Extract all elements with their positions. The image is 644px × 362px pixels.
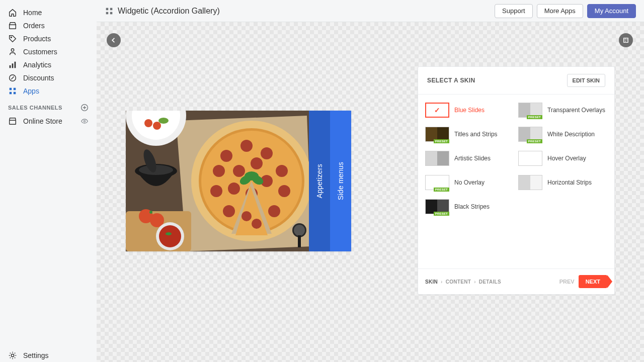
step-content: CONTENT [446,279,471,285]
skin-option[interactable]: Horizontal Strips [518,174,607,191]
edit-skin-button[interactable]: EDIT SKIN [567,74,605,87]
sidebar-item-online-store[interactable]: Online Store [0,115,97,128]
skin-option[interactable]: PRESETTitles and Strips [425,126,514,143]
skin-option[interactable]: Hover Overlay [518,150,607,167]
skin-label: Transparent Overlays [547,107,605,114]
skin-label: Blue Slides [454,107,485,114]
svg-point-40 [252,219,262,229]
preset-badge: PRESET [434,212,449,216]
resize-button[interactable] [619,33,633,47]
svg-point-34 [233,165,245,177]
sidebar-item-label: Settings [23,351,89,359]
skin-label: Black Stripes [454,203,490,210]
svg-point-0 [11,37,12,38]
config-panel-header: SELECT A SKIN EDIT SKIN [418,67,614,95]
slide-label: Appetizers [315,164,324,198]
skin-thumb: PRESET [518,103,542,118]
step-skin: SKIN [425,279,438,285]
next-button[interactable]: NEXT [579,275,607,288]
skin-thumb [518,175,542,190]
skin-grid: Blue SlidesPRESETTransparent OverlaysPRE… [418,95,614,268]
sidebar-item-settings[interactable]: Settings [0,349,97,362]
skin-label: Hover Overlay [547,155,586,162]
svg-rect-2 [10,65,11,68]
config-panel: SELECT A SKIN EDIT SKIN Blue SlidesPRESE… [418,66,615,295]
preset-badge: PRESET [434,139,449,143]
skin-label: Artistic Slides [454,155,491,162]
svg-rect-4 [15,62,16,68]
customers-icon [8,47,17,56]
support-button[interactable]: Support [495,4,533,18]
skin-option[interactable]: PRESETNo Overlay [425,174,514,191]
sidebar-item-label: Customers [23,48,89,56]
svg-rect-6 [10,88,12,90]
sales-channels-header: SALES CHANNELS [0,98,97,115]
sidebar: Home Orders Products Customers Analytics… [0,0,97,362]
wizard-steps: SKIN › CONTENT › DETAILS [425,279,501,285]
analytics-icon [8,60,17,69]
main-area: Widgetic (Accordion Gallery) Support Mor… [97,0,644,362]
sidebar-item-analytics[interactable]: Analytics [0,58,97,71]
svg-point-57 [159,225,181,247]
sidebar-item-products[interactable]: Products [0,32,97,45]
more-apps-button[interactable]: More Apps [537,4,583,18]
discounts-icon [8,73,17,82]
sidebar-item-label: Apps [23,87,89,95]
svg-point-48 [158,118,169,124]
skin-thumb: PRESET [425,199,449,214]
sidebar-item-label: Analytics [23,61,89,69]
svg-point-32 [210,185,222,197]
sidebar-item-apps[interactable]: Apps [0,84,97,98]
skin-option[interactable]: PRESETTransparent Overlays [518,102,607,119]
skin-thumb [518,151,542,166]
page-title-text: Widgetic (Accordion Gallery) [118,7,220,16]
svg-point-47 [153,122,161,130]
svg-point-60 [294,225,305,236]
skin-option[interactable]: Blue Slides [425,102,514,119]
svg-point-35 [251,157,263,169]
eye-icon[interactable] [80,117,89,125]
accordion-slide-side-menus[interactable]: Side menus [330,111,351,251]
topbar: Widgetic (Accordion Gallery) Support Mor… [97,0,644,22]
preset-badge: PRESET [527,115,542,119]
accordion-slide-appetizers[interactable]: Appetizers [309,111,330,251]
accordion-slide-main[interactable] [126,111,309,251]
sidebar-item-discounts[interactable]: Discounts [0,71,97,84]
skin-label: Horizontal Strips [547,179,592,186]
skin-option[interactable]: Artistic Slides [425,150,514,167]
sidebar-item-home[interactable]: Home [0,6,97,19]
skin-thumb: PRESET [425,127,449,142]
add-channel-icon[interactable] [80,104,89,112]
skin-option[interactable]: PRESETWhite Description [518,126,607,143]
svg-point-38 [228,183,240,195]
svg-point-24 [220,150,232,162]
home-icon [8,8,17,17]
config-panel-footer: SKIN › CONTENT › DETAILS PREV NEXT [418,268,614,294]
sidebar-item-label: Orders [23,22,89,30]
gear-icon [8,351,17,360]
skin-label: Titles and Strips [454,131,498,138]
svg-rect-15 [106,12,109,14]
svg-point-12 [11,354,14,356]
my-account-button[interactable]: My Account [587,4,636,18]
sidebar-item-orders[interactable]: Orders [0,19,97,32]
svg-point-58 [166,232,172,235]
skin-thumb [425,151,449,166]
apps-icon [8,86,17,96]
sidebar-item-label: Discounts [23,74,89,82]
skin-label: No Overlay [454,179,485,186]
svg-point-33 [213,165,225,177]
sidebar-item-label: Products [23,35,89,43]
prev-button[interactable]: PREV [559,279,575,285]
svg-rect-9 [14,92,16,95]
svg-rect-61 [298,235,301,247]
sidebar-item-customers[interactable]: Customers [0,45,97,58]
sidebar-item-label: Online Store [23,117,80,125]
svg-rect-13 [106,8,109,10]
svg-rect-3 [12,63,14,68]
step-details: DETAILS [479,279,501,285]
products-icon [8,34,17,43]
sidebar-item-label: Home [23,9,89,17]
skin-option[interactable]: PRESETBlack Stripes [425,198,514,215]
back-button[interactable] [107,33,121,47]
